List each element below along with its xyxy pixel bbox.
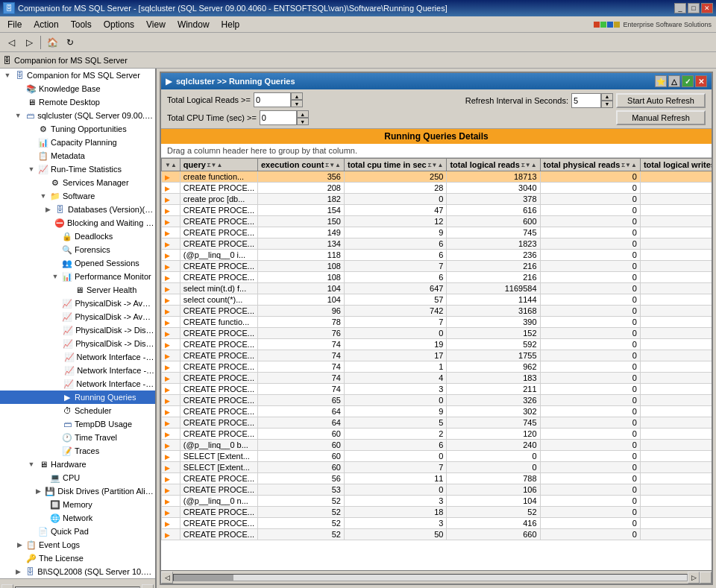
inner-check-button[interactable]: ✓ (682, 75, 694, 87)
toolbar-home[interactable]: 🏠 (44, 34, 60, 51)
toolbar-forward[interactable]: ▷ (21, 34, 37, 51)
tree-item-software[interactable]: ▼ 📁 Software (0, 189, 155, 203)
table-row[interactable]: ▶ CREATE PROCE... 149 9 745 0 0 (162, 227, 712, 238)
menu-tools[interactable]: Tools (65, 18, 98, 31)
table-row[interactable]: ▶ CREATE PROCE... 52 50 660 0 0 (162, 529, 712, 540)
data-grid-container[interactable]: ▼▲ query Σ▼▲ execution count Σ▼▲ total c… (161, 158, 712, 570)
start-auto-refresh-button[interactable]: Start Auto Refresh (616, 93, 706, 108)
close-button[interactable]: ✕ (701, 3, 713, 13)
inner-star-button[interactable]: ⭐ (655, 75, 667, 87)
table-row[interactable]: ▶ CREATE PROCE... 74 17 1755 0 0 (162, 350, 712, 361)
col-header-icon[interactable]: ▼▲ (162, 159, 180, 171)
tree-item-remote[interactable]: 🖥 Remote Desktop (0, 95, 155, 109)
tree-scroll-right[interactable]: ▷ (142, 584, 154, 589)
tree-item-traces[interactable]: 📝 Traces (0, 444, 155, 458)
grid-horizontal-scrollbar[interactable] (173, 574, 688, 581)
table-row[interactable]: ▶ CREATE PROCE... 154 47 616 0 0 (162, 205, 712, 216)
cpu-time-up[interactable]: ▲ (297, 110, 309, 118)
table-row[interactable]: ▶ create proc [db... 182 0 378 0 0 (162, 194, 712, 205)
inner-title-controls[interactable]: ⭐ △ ✓ ✕ (655, 75, 707, 87)
tree-item-network[interactable]: 🌐 Network (0, 511, 155, 525)
tree-item-scheduler[interactable]: ⏱ Scheduler (0, 404, 155, 417)
table-row[interactable]: ▶ CREATE PROCE... 64 5 745 0 0 (162, 417, 712, 429)
tree-item-services[interactable]: ⚙ Services Manager (0, 176, 155, 189)
tree-item-blocking[interactable]: ⛔ Blocking and Waiting Details (0, 216, 155, 230)
tree-item-bisql2008[interactable]: ▶ 🗄 BI\SQL2008 (SQL Server 10.50.161 (0, 565, 155, 578)
table-row[interactable]: ▶ CREATE PROCE... 53 0 106 0 0 (162, 484, 712, 496)
table-row[interactable]: ▶ CREATE PROCE... 60 2 120 0 0 (162, 429, 712, 440)
table-row[interactable]: ▶ CREATE PROCE... 74 1 962 0 0 (162, 361, 712, 373)
tree-item-serverhealth[interactable]: 🖥 Server Health (0, 283, 155, 297)
cpu-time-input[interactable] (260, 110, 297, 125)
tree-item-tempdb[interactable]: 🗃 TempDB Usage (0, 417, 155, 431)
table-row[interactable]: ▶ CREATE PROCE... 134 6 1823 0 0 (162, 238, 712, 250)
inner-close-button[interactable]: ✕ (695, 75, 707, 87)
restore-button[interactable]: □ (688, 3, 700, 13)
tree-item-capacity[interactable]: 📊 Capacity Planning (0, 136, 155, 149)
tree-item-license[interactable]: 🔑 The License (0, 551, 155, 565)
table-row[interactable]: ▶ CREATE PROCE... 74 4 183 0 0 (162, 373, 712, 384)
toolbar-refresh[interactable]: ↻ (62, 34, 78, 51)
tree-item-perfmon[interactable]: ▼ 📊 Performance Monitor (0, 270, 155, 283)
table-row[interactable]: ▶ create function... 356 250 18713 0 0 (162, 171, 712, 183)
table-row[interactable]: ▶ CREATE PROCE... 64 9 302 0 0 (162, 406, 712, 417)
tree-item-physdisk4[interactable]: 📈 PhysicalDisk -> Disk Trans (0, 337, 155, 350)
menu-options[interactable]: Options (98, 18, 140, 31)
table-row[interactable]: ▶ CREATE PROCE... 52 3 416 0 0 (162, 518, 712, 529)
menu-help[interactable]: Help (216, 18, 246, 31)
tree-item-netif3[interactable]: 📈 Network Interface -> Pack (0, 377, 155, 391)
table-row[interactable]: ▶ select count(*)... 104 57 1144 0 0 (162, 294, 712, 306)
menu-window[interactable]: Window (172, 18, 216, 31)
col-header-exec-count[interactable]: execution count Σ▼▲ (258, 159, 345, 171)
col-header-log-writes[interactable]: total logical writes ▲ (640, 159, 712, 171)
tree-item-forensics[interactable]: 🔍 Forensics (0, 243, 155, 256)
table-row[interactable]: ▶ CREATE PROCE... 108 7 216 0 0 (162, 261, 712, 272)
tree-item-physdisk1[interactable]: 📈 PhysicalDisk -> Avg. Disk s (0, 297, 155, 310)
refresh-interval-input[interactable] (571, 93, 601, 108)
table-row[interactable]: ▶ (@p__linq__0 n... 52 3 104 0 0 (162, 496, 712, 507)
tree-item-timetravel[interactable]: 🕐 Time Travel (0, 431, 155, 444)
table-row[interactable]: ▶ CREATE PROCE... 74 19 592 0 0 (162, 339, 712, 350)
inner-up-button[interactable]: △ (668, 75, 680, 87)
tree-item-netif2[interactable]: 📈 Network Interface -> Byte (0, 364, 155, 377)
refresh-up[interactable]: ▲ (601, 93, 613, 101)
col-header-query[interactable]: query Σ▼▲ (180, 159, 257, 171)
tree-item-deadlocks[interactable]: 🔒 Deadlocks (0, 230, 155, 243)
menu-file[interactable]: File (1, 18, 28, 31)
tree-item-diskdrives[interactable]: ▶ 💾 Disk Drives (Partition Alignmen (0, 484, 155, 498)
table-row[interactable]: ▶ (@p__linq__0 i... 118 6 236 0 0 (162, 250, 712, 261)
tree-item-sqlcluster[interactable]: ▼ 🗃 sqlcluster (SQL Server 09.00.4060 - (0, 109, 155, 122)
tree-item-hardware[interactable]: ▼ 🖥 Hardware (0, 458, 155, 471)
table-row[interactable]: ▶ CREATE PROCE... 96 742 3168 0 0 (162, 306, 712, 317)
table-row[interactable]: ▶ (@p__linq__0 b... 60 6 240 0 0 (162, 440, 712, 451)
grid-scroll-left[interactable]: ◁ (161, 572, 173, 584)
logical-reads-down[interactable]: ▼ (291, 100, 303, 107)
tree-item-physdisk3[interactable]: 📈 PhysicalDisk -> Disk Bytes (0, 323, 155, 337)
window-controls[interactable]: _ □ ✕ (674, 3, 713, 13)
menu-view[interactable]: View (140, 18, 172, 31)
tree-item-companion[interactable]: ▼ 🗄 Companion for MS SQL Server (0, 69, 155, 82)
table-row[interactable]: ▶ CREATE PROCE... 76 0 152 0 0 (162, 328, 712, 339)
col-header-cpu-time[interactable]: total cpu time in sec Σ▼▲ (344, 159, 446, 171)
table-row[interactable]: ▶ CREATE functio... 78 7 390 0 0 (162, 317, 712, 328)
expand-companion[interactable]: ▼ (1, 69, 13, 81)
table-row[interactable]: ▶ CREATE PROCE... 108 6 216 0 0 (162, 272, 712, 283)
logical-reads-up[interactable]: ▲ (291, 92, 303, 100)
tree-item-physdisk2[interactable]: 📈 PhysicalDisk -> Avg. Disk s (0, 310, 155, 323)
cpu-time-down[interactable]: ▼ (297, 118, 309, 125)
tree-item-eventlogs[interactable]: ▶ 📋 Event Logs (0, 538, 155, 551)
tree-item-cpu[interactable]: 💻 CPU (0, 471, 155, 484)
col-header-phys-reads[interactable]: total physical reads Σ▼▲ (540, 159, 640, 171)
table-row[interactable]: ▶ CREATE PROCE... 74 3 211 0 0 (162, 384, 712, 395)
table-row[interactable]: ▶ select min(t.d) f... 104 647 1169584 0… (162, 283, 712, 294)
col-header-log-reads[interactable]: total logical reads Σ▼▲ (447, 159, 540, 171)
refresh-down[interactable]: ▼ (601, 101, 613, 108)
table-row[interactable]: ▶ CREATE PROCE... 150 12 600 0 0 (162, 216, 712, 227)
grid-scroll-right[interactable]: ▷ (688, 572, 700, 584)
tree-item-memory[interactable]: 🔲 Memory (0, 498, 155, 511)
table-row[interactable]: ▶ CREATE PROCE... 52 18 52 0 0 (162, 507, 712, 518)
tree-item-netif1[interactable]: 📈 Network Interface -> Outp (0, 350, 155, 364)
tree-scroll-left[interactable]: ◁ (1, 584, 13, 589)
tree-item-sessions[interactable]: 👥 Opened Sessions (0, 256, 155, 270)
tree-item-quickpad[interactable]: 📄 Quick Pad (0, 525, 155, 538)
